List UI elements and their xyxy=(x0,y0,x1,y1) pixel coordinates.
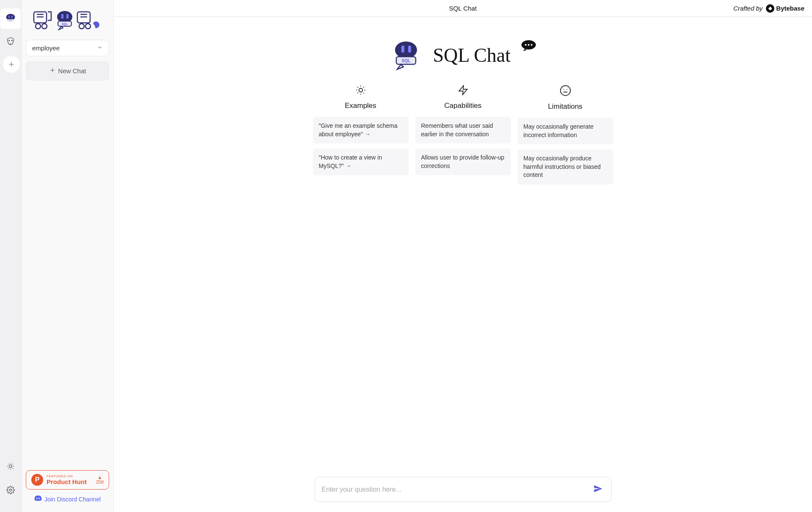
settings-icon[interactable] xyxy=(0,480,21,500)
svg-point-45 xyxy=(359,88,362,92)
svg-line-16 xyxy=(8,468,8,469)
speech-bubble-icon xyxy=(521,39,537,54)
capabilities-column: Capabilities Remembers what user said ea… xyxy=(415,85,511,190)
svg-point-21 xyxy=(42,24,47,29)
examples-title: Examples xyxy=(345,102,376,110)
svg-point-55 xyxy=(560,85,570,95)
plus-icon xyxy=(49,67,56,75)
sidebar: SQL employee New Chat P FEATURE xyxy=(22,0,114,512)
new-chat-button[interactable]: New Chat xyxy=(26,61,109,80)
bytebase-logo: ◆ Bytebase xyxy=(766,4,804,13)
svg-point-43 xyxy=(528,44,529,46)
sidebar-logo: SQL xyxy=(26,4,109,40)
limitations-column: Limitations May occasionally generate in… xyxy=(518,85,613,190)
crafted-by-link[interactable]: Crafted by ◆ Bytebase xyxy=(733,4,804,13)
svg-rect-38 xyxy=(408,46,411,52)
svg-rect-26 xyxy=(66,14,69,19)
product-hunt-featured: FEATURED ON xyxy=(47,474,93,478)
limitations-title: Limitations xyxy=(548,102,582,111)
database-select[interactable]: employee xyxy=(26,40,109,56)
discord-label: Join Discord Channel xyxy=(44,496,101,503)
svg-text:SQL: SQL xyxy=(401,58,410,63)
example-card[interactable]: "How to create a view in MySQL?" → xyxy=(313,149,409,175)
svg-point-30 xyxy=(79,24,84,29)
svg-text:SQL: SQL xyxy=(61,22,68,26)
product-hunt-badge[interactable]: P FEATURED ON Product Hunt ▲ 258 xyxy=(26,470,109,490)
svg-point-20 xyxy=(36,24,41,29)
svg-point-44 xyxy=(531,44,532,46)
theme-toggle-icon[interactable] xyxy=(0,456,21,476)
neutral-face-icon xyxy=(560,85,571,98)
capability-card: Allows user to provide follow-up correct… xyxy=(415,149,511,175)
main: SQL Chat Crafted by ◆ Bytebase SQL SQL C… xyxy=(114,0,812,512)
chevron-down-icon xyxy=(97,44,103,52)
svg-point-5 xyxy=(9,40,10,41)
bytebase-name: Bytebase xyxy=(776,5,804,12)
discord-link[interactable]: Join Discord Channel xyxy=(26,495,109,508)
chat-input[interactable] xyxy=(322,486,592,493)
page-title: SQL Chat xyxy=(449,5,477,12)
sun-icon xyxy=(355,85,366,97)
svg-text:SQL: SQL xyxy=(9,20,12,22)
capability-card: Remembers what user said earlier in the … xyxy=(415,117,511,143)
svg-line-15 xyxy=(13,468,13,469)
product-hunt-name: Product Hunt xyxy=(47,478,93,485)
svg-point-6 xyxy=(11,40,12,41)
svg-marker-54 xyxy=(459,85,467,95)
svg-line-50 xyxy=(357,87,358,88)
svg-rect-2 xyxy=(11,16,13,18)
svg-line-17 xyxy=(13,464,13,464)
svg-point-9 xyxy=(9,465,12,468)
svg-line-14 xyxy=(8,464,8,464)
feature-columns: Examples "Give me an example schema abou… xyxy=(313,85,613,190)
svg-point-42 xyxy=(525,44,527,46)
product-hunt-count: 258 xyxy=(96,480,104,484)
rail-chat-icon[interactable]: SQL xyxy=(0,8,21,29)
crafted-by-label: Crafted by xyxy=(733,5,763,12)
content: SQL SQL Chat xyxy=(114,17,812,477)
discord-icon xyxy=(34,495,42,504)
svg-line-52 xyxy=(357,93,358,94)
chat-input-area xyxy=(315,477,612,502)
example-card[interactable]: "Give me an example schema about employe… xyxy=(313,117,409,143)
lightning-icon xyxy=(458,85,469,97)
hero-robot-icon: SQL xyxy=(389,38,423,72)
svg-point-31 xyxy=(85,24,91,29)
left-rail: SQL xyxy=(0,0,22,512)
send-button[interactable] xyxy=(592,482,604,496)
hero-title: SQL Chat xyxy=(433,44,511,66)
database-select-value: employee xyxy=(32,44,60,52)
rail-add-button[interactable] xyxy=(3,56,20,73)
svg-line-53 xyxy=(363,87,364,88)
hero: SQL SQL Chat xyxy=(389,38,537,72)
limitation-card: May occasionally generate incorrect info… xyxy=(518,118,613,144)
svg-line-51 xyxy=(363,93,364,94)
header: SQL Chat Crafted by ◆ Bytebase xyxy=(114,0,812,17)
svg-point-18 xyxy=(10,489,12,491)
rail-postgres-icon[interactable] xyxy=(0,32,21,52)
new-chat-label: New Chat xyxy=(58,67,86,74)
product-hunt-icon: P xyxy=(31,474,43,486)
capabilities-title: Capabilities xyxy=(444,102,482,110)
limitation-card: May occasionally produce harmful instruc… xyxy=(518,149,613,184)
svg-rect-1 xyxy=(8,16,10,18)
svg-rect-37 xyxy=(401,46,404,52)
svg-rect-25 xyxy=(61,14,63,19)
svg-point-36 xyxy=(395,41,417,58)
examples-column: Examples "Give me an example schema abou… xyxy=(313,85,409,190)
